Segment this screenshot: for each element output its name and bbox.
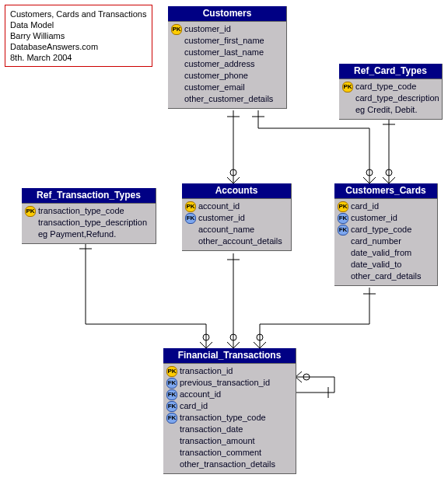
column-row: FKcard_id: [166, 400, 292, 412]
column-name: previous_transaction_id: [180, 377, 292, 389]
svg-point-10: [230, 334, 236, 340]
key-spacer: [171, 60, 182, 69]
entity-header: Ref_Transaction_Types: [22, 188, 156, 204]
fk-icon: FK: [166, 379, 177, 388]
column-name: transaction_type_description: [38, 217, 152, 229]
pk-icon: PK: [338, 202, 348, 211]
pk-icon: PK: [185, 202, 196, 211]
pk-icon: PK: [166, 367, 177, 376]
key-spacer: [166, 437, 177, 446]
pk-icon: PK: [171, 25, 182, 34]
column-name: card_type_code: [355, 81, 439, 92]
column-name: transaction_type_code: [38, 205, 152, 217]
key-spacer: [171, 37, 182, 46]
column-row: customer_last_name: [171, 47, 283, 58]
entity-body: PKcard_idFKcustomer_idFKcard_type_codeca…: [334, 199, 437, 285]
entity-accounts: Accounts PKaccount_idFKcustomer_idaccoun…: [182, 183, 292, 251]
erd-canvas: Customers, Cards and Transactions Data M…: [0, 0, 448, 492]
entity-body: PKtransaction_type_codetransaction_type_…: [22, 204, 156, 243]
entity-body: PKtransaction_idFKprevious_transaction_i…: [163, 364, 296, 473]
column-row: PKcard_type_code: [342, 81, 439, 92]
column-row: other_card_details: [338, 270, 434, 282]
column-name: eg Credit, Debit.: [355, 104, 439, 116]
column-name: customer_address: [184, 58, 283, 70]
column-row: PKtransaction_id: [166, 365, 292, 377]
column-row: transaction_type_description: [25, 217, 152, 229]
column-name: other_transaction_details: [180, 459, 292, 470]
key-spacer: [171, 95, 182, 104]
column-name: eg Payment,Refund.: [38, 229, 152, 240]
column-row: FKcustomer_id: [338, 212, 434, 224]
column-row: customer_address: [171, 58, 283, 70]
column-name: account_id: [198, 201, 288, 212]
entity-header: Ref_Card_Types: [339, 64, 442, 79]
column-name: card_type_description: [355, 92, 439, 104]
column-name: account_name: [198, 224, 288, 236]
key-spacer: [166, 460, 177, 469]
entity-ref-card-types: Ref_Card_Types PKcard_type_codecard_type…: [339, 64, 443, 120]
key-spacer: [166, 425, 177, 434]
column-row: eg Credit, Debit.: [342, 104, 439, 116]
entity-customers: Customers PKcustomer_idcustomer_first_na…: [168, 6, 287, 109]
column-row: PKaccount_id: [185, 201, 288, 212]
column-row: other_customer_details: [171, 93, 283, 105]
key-spacer: [338, 249, 348, 258]
column-name: date_valid_to: [351, 259, 434, 270]
column-name: transaction_comment: [180, 447, 292, 459]
title-line: Barry Williams: [10, 30, 147, 41]
title-line: Data Model: [10, 19, 147, 30]
column-row: account_name: [185, 224, 288, 236]
key-spacer: [25, 230, 36, 239]
key-spacer: [185, 225, 196, 235]
column-row: card_number: [338, 236, 434, 247]
key-spacer: [171, 72, 182, 81]
column-row: customer_phone: [171, 70, 283, 82]
column-row: FKprevious_transaction_id: [166, 377, 292, 389]
fk-icon: FK: [166, 413, 177, 423]
svg-point-12: [257, 334, 263, 340]
entity-header: Accounts: [182, 183, 291, 199]
key-spacer: [25, 218, 36, 228]
column-name: customer_id: [184, 23, 283, 35]
key-spacer: [342, 106, 353, 115]
column-name: customer_email: [184, 82, 283, 93]
pk-icon: PK: [342, 82, 353, 92]
key-spacer: [338, 237, 348, 246]
column-row: transaction_amount: [166, 435, 292, 447]
column-row: customer_email: [171, 82, 283, 93]
entity-header: Customers: [168, 6, 286, 22]
key-spacer: [166, 448, 177, 458]
entity-financial-transactions: Financial_Transactions PKtransaction_idF…: [163, 348, 296, 474]
key-spacer: [338, 260, 348, 270]
column-row: card_type_description: [342, 92, 439, 104]
svg-point-7: [386, 169, 392, 176]
title-line: Customers, Cards and Transactions: [10, 9, 147, 19]
column-name: card_number: [351, 236, 434, 247]
entity-header: Customers_Cards: [334, 183, 437, 199]
fk-icon: FK: [166, 390, 177, 400]
key-spacer: [171, 48, 182, 58]
entity-header: Financial_Transactions: [163, 348, 296, 364]
column-row: customer_first_name: [171, 35, 283, 47]
fk-icon: FK: [166, 402, 177, 411]
column-name: customer_id: [198, 212, 288, 224]
column-row: PKcard_id: [338, 201, 434, 212]
column-name: customer_first_name: [184, 35, 283, 47]
column-row: date_valid_from: [338, 247, 434, 259]
column-name: transaction_amount: [180, 435, 292, 447]
fk-icon: FK: [338, 214, 348, 223]
column-name: other_customer_details: [184, 93, 283, 105]
title-box: Customers, Cards and Transactions Data M…: [5, 5, 152, 67]
column-row: other_transaction_details: [166, 459, 292, 470]
column-row: transaction_date: [166, 424, 292, 435]
column-name: card_type_code: [351, 224, 434, 236]
column-name: transaction_date: [180, 424, 292, 435]
column-name: transaction_type_code: [180, 412, 292, 424]
column-row: PKcustomer_id: [171, 23, 283, 35]
key-spacer: [338, 272, 348, 281]
column-name: transaction_id: [180, 365, 292, 377]
column-name: card_id: [180, 400, 292, 412]
key-spacer: [342, 94, 353, 103]
column-name: customer_id: [351, 212, 434, 224]
column-row: transaction_comment: [166, 447, 292, 459]
